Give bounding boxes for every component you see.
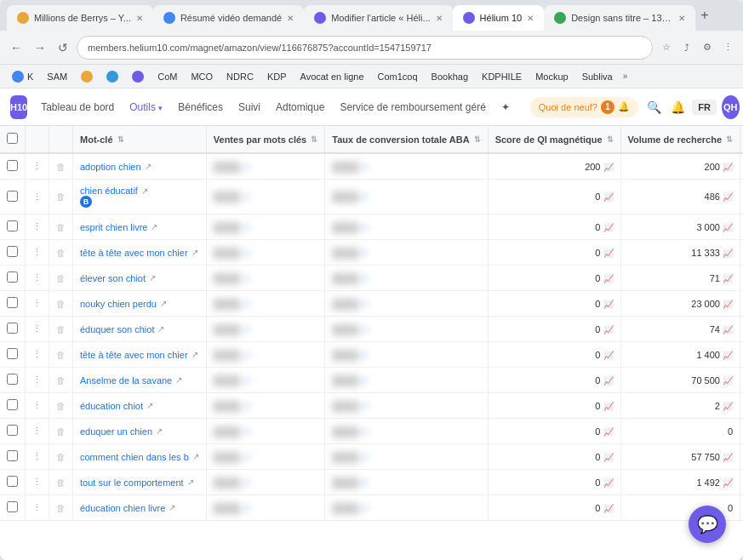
- select-all-checkbox[interactable]: [7, 133, 18, 144]
- search-icon-btn[interactable]: 🔍: [645, 95, 664, 119]
- bookmark-mockup[interactable]: Mockup: [530, 70, 574, 83]
- row-delete-7[interactable]: 🗑: [49, 342, 73, 368]
- back-button[interactable]: ←: [7, 37, 26, 58]
- row-checkbox-cell-4[interactable]: [0, 266, 26, 291]
- row-checkbox-cell-8[interactable]: [0, 368, 26, 393]
- row-checkbox-8[interactable]: [7, 374, 18, 385]
- keyword-cell-11[interactable]: comment chien dans les b ↗: [73, 444, 207, 470]
- notification-icon-btn[interactable]: 🔔: [669, 95, 688, 119]
- qi-chart-icon-13[interactable]: 📈: [603, 504, 614, 513]
- row-action-10[interactable]: ⋮: [26, 419, 49, 444]
- bookmark-subliva[interactable]: Subliva: [577, 70, 618, 83]
- clicks-sort-icon[interactable]: ⇅: [311, 135, 317, 144]
- row-delete-0[interactable]: 🗑: [49, 153, 73, 180]
- keyword-cell-10[interactable]: eduquer un chien ↗: [73, 419, 207, 444]
- tab-5[interactable]: Design sans titre – 1397... ✕: [544, 5, 695, 31]
- row-delete-13[interactable]: 🗑: [49, 495, 73, 521]
- qi-chart-icon-8[interactable]: 📈: [603, 376, 614, 386]
- url-bar[interactable]: members.helium10.com/magnet/amazon/view/…: [77, 36, 653, 60]
- row-delete-6[interactable]: 🗑: [49, 317, 73, 342]
- tab-2[interactable]: Résumé vidéo demandé ✕: [153, 5, 304, 31]
- keyword-cell-12[interactable]: tout sur le comportement ↗: [73, 470, 207, 495]
- keyword-link-4[interactable]: élever son chiot ↗: [80, 273, 199, 283]
- vol-chart-icon-12[interactable]: 📈: [723, 478, 733, 488]
- row-checkbox-12[interactable]: [7, 476, 18, 487]
- bookmark-m[interactable]: [101, 69, 123, 84]
- row-checkbox-cell-13[interactable]: [0, 495, 26, 521]
- keyword-link-7[interactable]: tête à tête avec mon chier ↗: [80, 350, 199, 360]
- keyword-link-8[interactable]: Anselme de la savane ↗: [80, 375, 199, 386]
- keyword-link-6[interactable]: éduquer son chiot ↗: [80, 324, 199, 334]
- row-action-12[interactable]: ⋮: [26, 470, 49, 495]
- vol-chart-icon-9[interactable]: 📈: [723, 402, 733, 411]
- keyword-link-2[interactable]: esprit chien livre ↗: [80, 222, 199, 232]
- row-checkbox-cell-12[interactable]: [0, 470, 26, 495]
- volume-sort-icon[interactable]: ⇅: [726, 135, 733, 144]
- keyword-link-5[interactable]: nouky chien perdu ↗: [80, 299, 199, 309]
- row-checkbox-0[interactable]: [7, 160, 18, 171]
- row-checkbox-cell-3[interactable]: [0, 240, 26, 266]
- row-checkbox-5[interactable]: [7, 297, 18, 308]
- qi-chart-icon-12[interactable]: 📈: [603, 478, 614, 488]
- tab-2-close[interactable]: ✕: [287, 14, 294, 23]
- qi-chart-icon-1[interactable]: 📈: [603, 192, 614, 202]
- row-checkbox-6[interactable]: [7, 323, 18, 334]
- bookmark-ndrc[interactable]: NDRC: [221, 70, 259, 83]
- row-action-5[interactable]: ⋮: [26, 291, 49, 317]
- bookmark-kdp[interactable]: KDP: [262, 70, 292, 83]
- bookmark-v[interactable]: [127, 69, 149, 84]
- bookmark-bookhag[interactable]: Bookhag: [426, 70, 473, 83]
- qi-sort-icon[interactable]: ⇅: [607, 135, 614, 144]
- keyword-link-13[interactable]: éducation chien livre ↗: [80, 503, 199, 513]
- row-action-7[interactable]: ⋮: [26, 342, 49, 368]
- row-checkbox-4[interactable]: [7, 271, 18, 283]
- row-checkbox-cell-10[interactable]: [0, 419, 26, 444]
- qi-chart-icon-10[interactable]: 📈: [603, 427, 614, 437]
- row-delete-4[interactable]: 🗑: [49, 266, 73, 291]
- bookmark-com1coq[interactable]: Com1coq: [373, 70, 423, 83]
- qi-chart-icon-4[interactable]: 📈: [603, 274, 614, 283]
- vol-chart-icon-1[interactable]: 📈: [723, 192, 733, 202]
- row-action-2[interactable]: ⋮: [26, 214, 49, 240]
- vol-chart-icon-8[interactable]: 📈: [723, 376, 733, 386]
- row-action-1[interactable]: ⋮: [26, 180, 49, 214]
- row-delete-9[interactable]: 🗑: [49, 393, 73, 419]
- tab-1[interactable]: Millions de Berrys – Y... ✕: [7, 5, 153, 31]
- nav-suivi[interactable]: Suivi: [231, 98, 267, 117]
- share-icon[interactable]: ⤴: [678, 39, 695, 56]
- row-checkbox-7[interactable]: [7, 348, 18, 359]
- row-delete-10[interactable]: 🗑: [49, 419, 73, 444]
- tab-4-close[interactable]: ✕: [527, 14, 534, 23]
- keyword-cell-5[interactable]: nouky chien perdu ↗: [73, 291, 207, 317]
- new-tab-button[interactable]: +: [695, 4, 713, 26]
- bookmark-mco[interactable]: MCO: [186, 70, 218, 83]
- qi-chart-icon-0[interactable]: 📈: [603, 163, 614, 172]
- keyword-link-9[interactable]: éducation chiot ↗: [80, 401, 199, 411]
- vol-chart-icon-5[interactable]: 📈: [723, 300, 733, 309]
- whats-new-button[interactable]: Quoi de neuf? 1 🔔: [530, 97, 638, 117]
- qi-chart-icon-7[interactable]: 📈: [603, 351, 614, 360]
- row-checkbox-cell-5[interactable]: [0, 291, 26, 317]
- vol-chart-icon-2[interactable]: 📈: [723, 223, 733, 232]
- row-checkbox-cell-9[interactable]: [0, 393, 26, 419]
- vol-chart-icon-11[interactable]: 📈: [723, 453, 733, 462]
- nav-remboursement[interactable]: Service de remboursement géré: [333, 98, 492, 117]
- row-action-0[interactable]: ⋮: [26, 153, 49, 180]
- row-checkbox-2[interactable]: [7, 220, 18, 231]
- keyword-cell-2[interactable]: esprit chien livre ↗: [73, 214, 207, 240]
- row-action-3[interactable]: ⋮: [26, 240, 49, 266]
- extension-icon[interactable]: ⚙: [699, 39, 716, 56]
- row-checkbox-cell-11[interactable]: [0, 444, 26, 470]
- reload-button[interactable]: ↺: [54, 37, 71, 58]
- keyword-cell-1[interactable]: chien éducatif ↗ B: [73, 180, 207, 214]
- keyword-cell-9[interactable]: éducation chiot ↗: [73, 393, 207, 419]
- keyword-cell-7[interactable]: tête à tête avec mon chier ↗: [73, 342, 207, 368]
- keyword-link-11[interactable]: comment chien dans les b ↗: [80, 452, 199, 462]
- row-checkbox-10[interactable]: [7, 425, 18, 436]
- tab-3[interactable]: Modifier l'article « Héli... ✕: [304, 5, 452, 31]
- qi-chart-icon-9[interactable]: 📈: [603, 402, 614, 411]
- bookmark-com[interactable]: CoM: [152, 70, 182, 83]
- bookmark-star-icon[interactable]: ☆: [658, 39, 675, 56]
- row-delete-3[interactable]: 🗑: [49, 240, 73, 266]
- qi-chart-icon-6[interactable]: 📈: [603, 325, 614, 334]
